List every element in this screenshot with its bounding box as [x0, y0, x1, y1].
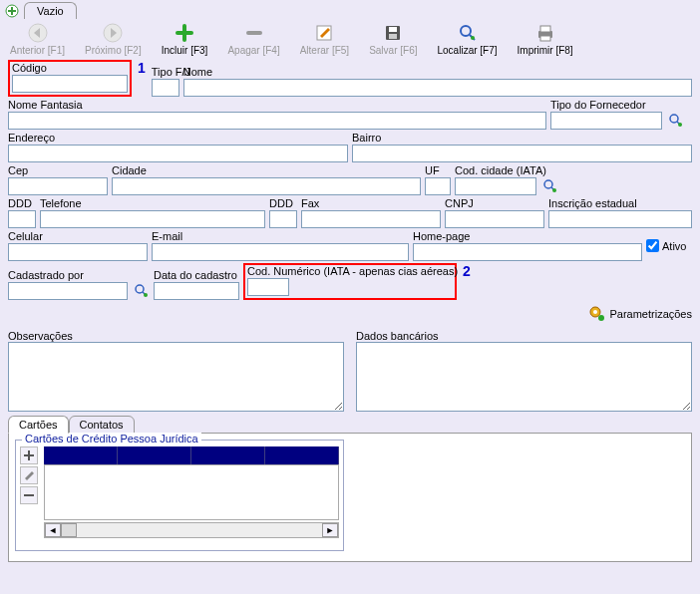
cep-input[interactable] [8, 177, 108, 195]
uf-label: UF [425, 164, 451, 176]
tab-vazio[interactable]: Vazio [24, 2, 77, 19]
svg-point-29 [598, 315, 604, 321]
sub-tabs: Cartões Contatos [0, 416, 700, 434]
anterior-button[interactable]: Anterior [F1] [10, 23, 65, 56]
codigo-input[interactable] [12, 75, 128, 93]
cod-cidade-iata-input[interactable] [455, 177, 536, 195]
svg-rect-11 [389, 34, 397, 39]
bairro-label: Bairro [352, 132, 692, 144]
grid-add-button[interactable] [20, 446, 38, 464]
grid-body[interactable] [44, 464, 339, 520]
cadastrado-por-input[interactable] [8, 282, 128, 300]
scroll-thumb[interactable] [61, 523, 77, 537]
grid-remove-button[interactable] [20, 486, 38, 504]
svg-point-23 [552, 188, 556, 192]
data-cadastro-input[interactable] [154, 282, 239, 300]
save-icon [383, 23, 403, 43]
cod-numerico-highlight: Cod. Numérico (IATA - apenas cias aéreas… [243, 263, 457, 300]
plus-icon [175, 23, 194, 43]
tipofj-label: Tipo F/J [152, 66, 179, 78]
observacoes-label: Observações [8, 330, 344, 342]
insc-estadual-label: Inscrição estadual [548, 197, 692, 209]
anterior-label: Anterior [F1] [10, 45, 65, 56]
svg-rect-10 [389, 27, 397, 32]
ddd-label: DDD [8, 197, 36, 209]
nome-input[interactable] [183, 79, 692, 97]
fax-input[interactable] [301, 210, 441, 228]
localizar-button[interactable]: Localizar [F7] [438, 23, 498, 56]
salvar-label: Salvar [F6] [369, 45, 417, 56]
telefone-label: Telefone [40, 197, 265, 209]
nome-fantasia-input[interactable] [8, 112, 546, 130]
apagar-label: Apagar [F4] [227, 45, 279, 56]
endereco-input[interactable] [8, 145, 348, 162]
incluir-label: Incluir [F3] [162, 45, 208, 56]
cod-cidade-iata-lookup[interactable] [542, 178, 558, 194]
tab-cartoes[interactable]: Cartões [8, 416, 69, 434]
print-icon [535, 23, 555, 43]
homepage-input[interactable] [413, 243, 642, 261]
apagar-button[interactable]: Apagar [F4] [227, 23, 279, 56]
data-cadastro-label: Data do cadastro [154, 269, 239, 281]
cnpj-label: CNPJ [445, 197, 544, 209]
nome-label: Nome [183, 66, 692, 78]
celular-label: Celular [8, 230, 148, 242]
svg-rect-17 [540, 36, 550, 41]
svg-point-18 [670, 115, 678, 123]
salvar-button[interactable]: Salvar [F6] [369, 23, 417, 56]
email-label: E-mail [152, 230, 409, 242]
cadastrado-por-lookup[interactable] [134, 283, 150, 299]
localizar-label: Localizar [F7] [438, 45, 498, 56]
imprimir-button[interactable]: Imprimir [F8] [518, 23, 573, 56]
email-input[interactable] [152, 243, 409, 261]
cidade-label: Cidade [112, 164, 421, 176]
minus-icon [244, 23, 264, 43]
grid-edit-button[interactable] [20, 466, 38, 484]
fax-label: Fax [301, 197, 441, 209]
dados-bancarios-textarea[interactable] [356, 342, 692, 412]
cnpj-input[interactable] [445, 210, 544, 228]
search-icon [458, 23, 478, 43]
ddd2-input[interactable] [269, 210, 297, 228]
observacoes-textarea[interactable] [8, 342, 344, 412]
scroll-left-button[interactable]: ◄ [45, 523, 61, 537]
groupbox-legend: Cartões de Crédito Pessoa Jurídica [22, 433, 201, 445]
scroll-right-button[interactable]: ► [322, 523, 338, 537]
svg-rect-16 [540, 26, 550, 32]
tipo-fornecedor-input[interactable] [550, 112, 662, 130]
bairro-input[interactable] [352, 145, 692, 162]
alterar-button[interactable]: Alterar [F5] [300, 23, 349, 56]
cadastrado-por-label: Cadastrado por [8, 269, 128, 281]
callout-2: 2 [463, 263, 471, 279]
svg-point-20 [678, 123, 682, 127]
celular-input[interactable] [8, 243, 148, 261]
svg-point-21 [544, 180, 552, 188]
tipo-fornecedor-lookup[interactable] [668, 113, 684, 129]
cod-numerico-iata-input[interactable] [247, 278, 289, 296]
proximo-button[interactable]: Próximo [F2] [85, 23, 142, 56]
uf-input[interactable] [425, 177, 451, 195]
telefone-input[interactable] [40, 210, 265, 228]
cidade-input[interactable] [112, 177, 421, 195]
ddd2-label: DDD [269, 197, 297, 209]
form-area: Código 1 Tipo F/J Nome Nome Fantasia Tip… [0, 60, 700, 322]
edit-icon [314, 23, 334, 43]
ativo-checkbox[interactable] [646, 239, 659, 252]
tab-contatos[interactable]: Contatos [69, 416, 135, 434]
cep-label: Cep [8, 164, 108, 176]
parametrizacoes-link[interactable]: Parametrizações [589, 306, 692, 322]
ddd-input[interactable] [8, 210, 36, 228]
grid-col-1 [44, 446, 118, 464]
add-tab-button[interactable] [4, 3, 20, 19]
tipofj-input[interactable] [152, 79, 179, 97]
grid-hscroll[interactable]: ◄ ► [44, 522, 339, 538]
incluir-button[interactable]: Incluir [F3] [162, 23, 208, 56]
cartoes-panel: Cartões de Crédito Pessoa Jurídica ◄ ► [8, 433, 692, 562]
dados-bancarios-label: Dados bancários [356, 330, 692, 342]
proximo-label: Próximo [F2] [85, 45, 142, 56]
imprimir-label: Imprimir [F8] [518, 45, 573, 56]
gear-icon [589, 306, 605, 322]
codigo-label: Código [12, 62, 128, 74]
insc-estadual-input[interactable] [548, 210, 692, 228]
tipo-fornecedor-label: Tipo do Fornecedor [550, 99, 662, 111]
